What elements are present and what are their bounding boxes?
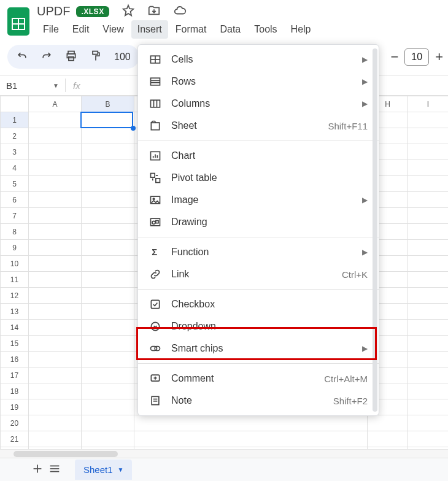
cell[interactable]: [82, 224, 134, 240]
cell[interactable]: [82, 128, 134, 144]
cell[interactable]: [82, 415, 134, 431]
cell[interactable]: [408, 415, 449, 431]
cell[interactable]: [408, 431, 449, 447]
row-header[interactable]: 3: [1, 144, 29, 160]
menu-data[interactable]: Data: [214, 20, 247, 39]
row-header[interactable]: 5: [1, 176, 29, 192]
row-header[interactable]: 17: [1, 367, 29, 383]
cell[interactable]: [408, 112, 449, 128]
row-header[interactable]: 19: [1, 399, 29, 415]
paint-format-icon[interactable]: [90, 50, 102, 64]
menu-item-function[interactable]: ΣFunction▶: [138, 241, 379, 263]
cell[interactable]: [82, 176, 134, 192]
row-header[interactable]: 14: [1, 320, 29, 336]
menu-format[interactable]: Format: [169, 20, 213, 39]
row-header[interactable]: 20: [1, 415, 29, 431]
star-icon[interactable]: [122, 4, 135, 19]
cell[interactable]: [368, 415, 408, 431]
cell[interactable]: [408, 160, 449, 176]
menu-item-pivot-table[interactable]: Pivot table: [138, 167, 379, 189]
cell[interactable]: [29, 336, 82, 352]
cell[interactable]: [408, 144, 449, 160]
menu-item-link[interactable]: LinkCtrl+K: [138, 263, 379, 285]
doc-title[interactable]: UPDF: [37, 4, 70, 18]
cell[interactable]: [408, 224, 449, 240]
cell[interactable]: [29, 240, 82, 256]
cell[interactable]: [408, 208, 449, 224]
cell[interactable]: [29, 160, 82, 176]
cell[interactable]: [29, 383, 82, 399]
cell[interactable]: [82, 208, 134, 224]
cell[interactable]: [408, 367, 449, 383]
cell[interactable]: [82, 240, 134, 256]
menu-view[interactable]: View: [96, 20, 129, 39]
row-header[interactable]: 1: [1, 112, 29, 128]
cell[interactable]: [29, 431, 82, 447]
cell[interactable]: [29, 399, 82, 415]
menu-item-chart[interactable]: Chart: [138, 145, 379, 167]
menu-item-smart-chips[interactable]: Smart chips▶: [138, 337, 379, 360]
cell[interactable]: [29, 192, 82, 208]
move-icon[interactable]: [147, 4, 161, 19]
row-header[interactable]: 16: [1, 352, 29, 367]
fontsize-increase[interactable]: +: [435, 49, 443, 65]
cell[interactable]: [408, 192, 449, 208]
row-header[interactable]: 13: [1, 304, 29, 320]
cell[interactable]: [134, 415, 368, 431]
cell[interactable]: [82, 272, 134, 288]
menu-item-checkbox[interactable]: Checkbox: [138, 293, 379, 315]
cell[interactable]: [82, 256, 134, 272]
sheet-tab[interactable]: Sheet1 ▼: [75, 460, 132, 480]
cell[interactable]: [408, 336, 449, 352]
select-all-corner[interactable]: [1, 96, 29, 112]
cell[interactable]: [29, 304, 82, 320]
menu-item-columns[interactable]: Columns▶: [138, 93, 379, 115]
cell[interactable]: [29, 176, 82, 192]
cell[interactable]: [408, 176, 449, 192]
menu-insert[interactable]: Insert: [131, 20, 168, 39]
sheets-logo[interactable]: [6, 7, 31, 36]
col-header[interactable]: I: [408, 96, 449, 112]
col-header[interactable]: B: [82, 96, 134, 112]
menu-item-note[interactable]: NoteShift+F2: [138, 390, 379, 412]
selection-handle[interactable]: [131, 126, 136, 131]
zoom-value[interactable]: 100: [114, 52, 131, 63]
add-sheet-icon[interactable]: [31, 462, 44, 477]
fontsize-input[interactable]: 10: [404, 48, 429, 66]
menu-item-drawing[interactable]: Drawing: [138, 211, 379, 233]
cell[interactable]: [408, 128, 449, 144]
cell[interactable]: [29, 367, 82, 383]
fontsize-decrease[interactable]: −: [390, 49, 398, 65]
menu-item-rows[interactable]: Rows▶: [138, 71, 379, 93]
row-header[interactable]: 10: [1, 256, 29, 272]
name-box[interactable]: B1 ▼: [0, 80, 65, 91]
all-sheets-icon[interactable]: [48, 462, 61, 477]
cell[interactable]: [29, 128, 82, 144]
menu-item-comment[interactable]: CommentCtrl+Alt+M: [138, 367, 379, 390]
cell[interactable]: [408, 399, 449, 415]
cell[interactable]: [408, 383, 449, 399]
cell[interactable]: [82, 431, 134, 447]
cell[interactable]: [29, 208, 82, 224]
cell[interactable]: [368, 431, 408, 447]
cell[interactable]: [29, 320, 82, 336]
row-header[interactable]: 7: [1, 208, 29, 224]
cell[interactable]: [82, 383, 134, 399]
cell[interactable]: [408, 272, 449, 288]
menu-tools[interactable]: Tools: [248, 20, 283, 39]
cell[interactable]: [29, 144, 82, 160]
row-header[interactable]: 12: [1, 288, 29, 304]
cell[interactable]: [82, 399, 134, 415]
cell[interactable]: [29, 415, 82, 431]
cell[interactable]: [82, 144, 134, 160]
cell[interactable]: [408, 352, 449, 367]
menu-item-image[interactable]: Image▶: [138, 189, 379, 211]
row-header[interactable]: 21: [1, 431, 29, 447]
cell[interactable]: [29, 352, 82, 367]
chevron-down-icon[interactable]: ▼: [118, 466, 124, 473]
row-header[interactable]: 4: [1, 160, 29, 176]
menu-file[interactable]: File: [37, 20, 65, 39]
cell[interactable]: [408, 240, 449, 256]
menu-item-sheet[interactable]: SheetShift+F11: [138, 115, 379, 137]
cell[interactable]: [29, 112, 82, 128]
